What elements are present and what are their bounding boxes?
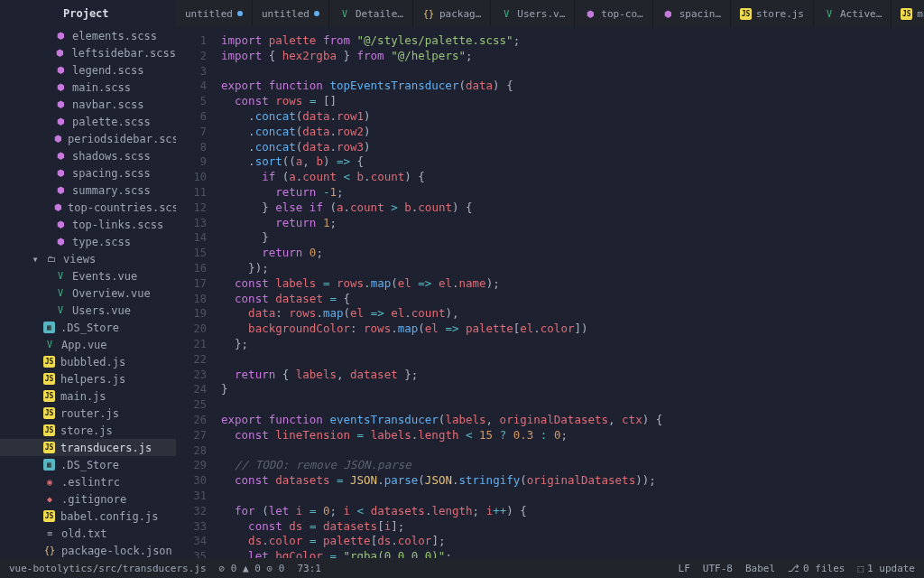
- tree-item-main-scss[interactable]: ⬢main.scss: [0, 79, 176, 96]
- tab-detaile-[interactable]: VDetaile…: [329, 0, 413, 27]
- code-line[interactable]: .concat(data.row3): [221, 140, 924, 155]
- tree-item-top-countries-scss[interactable]: ⬢top-countries.scss: [0, 199, 176, 216]
- tree-item-main-js[interactable]: JSmain.js: [0, 387, 176, 405]
- tree-item-type-scss[interactable]: ⬢type.scss: [0, 233, 176, 250]
- code-line[interactable]: export function topEventsTransducer(data…: [221, 79, 924, 94]
- code-line[interactable]: if (a.count < b.count) {: [221, 170, 924, 185]
- code-line[interactable]: });: [221, 261, 924, 276]
- code-line[interactable]: // TODO: remove JSON.parse: [221, 458, 924, 473]
- tree-item--ds-store[interactable]: ▦.DS_Store: [0, 456, 176, 473]
- tree-item-top-links-scss[interactable]: ⬢top-links.scss: [0, 216, 176, 233]
- code-editor[interactable]: 1234567891011121314151617181920212223242…: [176, 27, 924, 558]
- status-encoding[interactable]: UTF-8: [703, 563, 733, 574]
- chevron-down-icon[interactable]: ▾: [31, 253, 40, 266]
- line-number: 4: [176, 79, 207, 94]
- tab-label: Detaile…: [356, 8, 403, 20]
- tree-item-old-txt[interactable]: ≡old.txt: [0, 525, 176, 542]
- line-number: 24: [176, 382, 207, 397]
- line-number: 26: [176, 413, 207, 428]
- code-line[interactable]: import { hex2rgba } from "@/helpers";: [221, 49, 924, 64]
- code-line[interactable]: [221, 352, 924, 368]
- code-line[interactable]: backgroundColor: rows.map(el => palette[…: [221, 322, 924, 337]
- tab-users-v-[interactable]: VUsers.v…: [491, 0, 575, 27]
- code-line[interactable]: export function eventsTransducer(labels,…: [221, 413, 924, 428]
- code-line[interactable]: [221, 397, 924, 413]
- code-line[interactable]: [221, 443, 924, 459]
- tree-item-leftsidebar-scss[interactable]: ⬢leftsidebar.scss: [0, 44, 176, 61]
- git-branch-icon: ⎇: [788, 563, 799, 574]
- status-diagnostics[interactable]: ⊘ 0 ▲ 0 ⊙ 0: [219, 563, 285, 574]
- code-line[interactable]: }: [221, 230, 924, 246]
- code-line[interactable]: .concat(data.row1): [221, 109, 924, 125]
- tree-item--eslintrc[interactable]: ◉.eslintrc: [0, 473, 176, 490]
- status-language[interactable]: Babel: [745, 563, 775, 574]
- code-line[interactable]: return 0;: [221, 246, 924, 261]
- code-line[interactable]: import palette from "@/styles/palette.sc…: [221, 33, 924, 49]
- status-cursor-pos[interactable]: 73:1: [297, 563, 321, 574]
- tree-item-shadows-scss[interactable]: ⬢shadows.scss: [0, 147, 176, 164]
- tree-item-legend-scss[interactable]: ⬢legend.scss: [0, 61, 176, 79]
- tree-item-app-vue[interactable]: VApp.vue: [0, 336, 176, 353]
- code-line[interactable]: return { labels, dataset };: [221, 368, 924, 383]
- tree-item-bubbled-js[interactable]: JSbubbled.js: [0, 353, 176, 370]
- tree-item-transducers-js[interactable]: JStransducers.js: [0, 439, 176, 456]
- tree-item-label: main.js: [60, 390, 106, 403]
- code-line[interactable]: const lineTension = labels.length < 15 ?…: [221, 428, 924, 443]
- tab-spacin-[interactable]: ⬢spacin…: [653, 0, 731, 27]
- folder-icon: 🗀: [45, 253, 58, 266]
- code-line[interactable]: let bgColor = "rgba(0,0,0,0)";: [221, 549, 924, 558]
- code-line[interactable]: .sort((a, b) => {: [221, 154, 924, 170]
- code-line[interactable]: .concat(data.row2): [221, 125, 924, 140]
- status-bar: vue-botolytics/src/transducers.js ⊘ 0 ▲ …: [0, 558, 924, 578]
- tree-item-label: navbar.scss: [72, 98, 143, 111]
- tree-item--gitignore[interactable]: ◆.gitignore: [0, 490, 176, 508]
- code-line[interactable]: return -1;: [221, 185, 924, 200]
- tree-item-helpers-js[interactable]: JShelpers.js: [0, 370, 176, 387]
- code-line[interactable]: };: [221, 337, 924, 352]
- tab-untitled[interactable]: untitled: [176, 0, 253, 27]
- tree-item-elements-scss[interactable]: ⬢elements.scss: [0, 27, 176, 44]
- sass-icon: ⬢: [54, 64, 67, 77]
- tree-item-summary-scss[interactable]: ⬢summary.scss: [0, 182, 176, 199]
- code-line[interactable]: [221, 64, 924, 79]
- tree-item-router-js[interactable]: JSrouter.js: [0, 405, 176, 422]
- tree-item-periodsidebar-scss[interactable]: ⬢periodsidebar.scss: [0, 130, 176, 147]
- tree-item-navbar-scss[interactable]: ⬢navbar.scss: [0, 96, 176, 113]
- code-line[interactable]: return 1;: [221, 216, 924, 231]
- tab-packag-[interactable]: {}packag…: [413, 0, 491, 27]
- code-line[interactable]: data: rows.map(el => el.count),: [221, 306, 924, 322]
- code-line[interactable]: const dataset = {: [221, 292, 924, 307]
- tab-label: Users.v…: [517, 8, 565, 20]
- tab-untitled[interactable]: untitled: [253, 0, 329, 27]
- tree-item--ds-store[interactable]: ▦.DS_Store: [0, 319, 176, 336]
- code-line[interactable]: for (let i = 0; i < datasets.length; i++…: [221, 504, 924, 519]
- code-line[interactable]: const rows = []: [221, 94, 924, 109]
- line-number: 33: [176, 519, 207, 535]
- tab-top-co-[interactable]: ⬢top-co…: [575, 0, 652, 27]
- code-line[interactable]: [221, 489, 924, 504]
- tree-item-spacing-scss[interactable]: ⬢spacing.scss: [0, 164, 176, 182]
- tree-item-events-vue[interactable]: VEvents.vue: [0, 267, 176, 284]
- tree-item-label: summary.scss: [72, 184, 151, 197]
- code-line[interactable]: const labels = rows.map(el => el.name);: [221, 276, 924, 292]
- code-line[interactable]: } else if (a.count > b.count) {: [221, 200, 924, 216]
- code-line[interactable]: const datasets = JSON.parse(JSON.stringi…: [221, 473, 924, 489]
- tree-item-overview-vue[interactable]: VOverview.vue: [0, 284, 176, 302]
- code-line[interactable]: ds.color = palette[ds.color];: [221, 534, 924, 549]
- tab-active-[interactable]: VActive…: [814, 0, 892, 27]
- code-line[interactable]: const ds = datasets[i];: [221, 519, 924, 535]
- tree-item-label: babel.config.js: [60, 510, 158, 523]
- line-number: 29: [176, 458, 207, 473]
- tree-item-palette-scss[interactable]: ⬢palette.scss: [0, 113, 176, 130]
- tree-item-babel-config-js[interactable]: JSbabel.config.js: [0, 508, 176, 525]
- code-content[interactable]: import palette from "@/styles/palette.sc…: [216, 27, 924, 558]
- tree-item-store-js[interactable]: JSstore.js: [0, 422, 176, 439]
- tree-item-views[interactable]: ▾🗀views: [0, 250, 176, 267]
- tab-store-js[interactable]: JSstore.js: [731, 0, 814, 27]
- tab-main-js[interactable]: JSmain.js: [892, 0, 924, 27]
- code-line[interactable]: }: [221, 382, 924, 397]
- status-path[interactable]: vue-botolytics/src/transducers.js: [9, 563, 207, 574]
- tree-item-package-lock-json[interactable]: {}package-lock.json: [0, 542, 176, 558]
- status-eol[interactable]: LF: [679, 563, 690, 574]
- tree-item-users-vue[interactable]: VUsers.vue: [0, 302, 176, 319]
